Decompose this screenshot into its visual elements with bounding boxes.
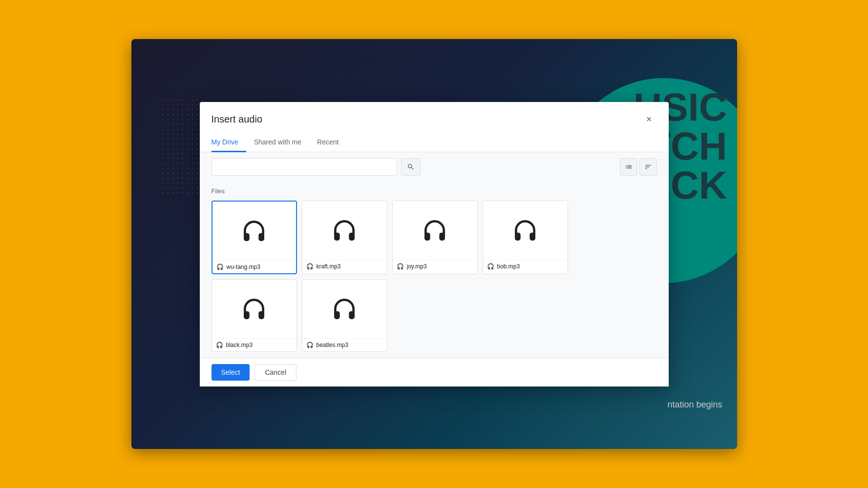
file-item-joy[interactable]: 🎧 joy.mp3	[392, 201, 478, 274]
file-thumbnail-black	[212, 280, 296, 338]
headphones-icon	[331, 217, 358, 244]
search-icon	[407, 163, 415, 171]
sort-icon	[644, 163, 652, 171]
headphones-icon	[511, 217, 539, 244]
view-controls	[620, 158, 657, 176]
files-label: Files	[212, 187, 657, 195]
dialog-title: Insert audio	[212, 114, 263, 125]
search-input[interactable]	[212, 158, 397, 176]
dialog-footer: Select Cancel	[200, 358, 669, 386]
file-name-beatles: beatles.mp3	[317, 342, 348, 348]
file-name-row-black: 🎧 black.mp3	[212, 338, 296, 351]
insert-audio-dialog: Insert audio × My Drive Shared with me R…	[200, 102, 669, 386]
headphones-icon	[331, 295, 358, 323]
file-name-joy: joy.mp3	[407, 263, 427, 270]
dialog-header: Insert audio ×	[200, 102, 669, 127]
headphones-icon	[240, 217, 268, 244]
dialog-overlay: Insert audio × My Drive Shared with me R…	[131, 39, 737, 449]
file-thumbnail-wu-tang	[212, 202, 296, 260]
file-name-kraft: kraft.mp3	[317, 263, 341, 270]
search-button[interactable]	[401, 158, 421, 176]
files-section: Files 🎧 wu-tang.mp3	[200, 182, 669, 358]
tabs-bar: My Drive Shared with me Recent	[200, 133, 669, 152]
tab-shared-with-me[interactable]: Shared with me	[246, 133, 309, 152]
file-type-icon-kraft: 🎧	[306, 263, 314, 270]
files-grid: 🎧 wu-tang.mp3 🎧 kraft.m	[212, 201, 657, 352]
file-name-row-joy: 🎧 joy.mp3	[393, 260, 477, 273]
browser-window: USIC ITCH ECK ntation begins Insert audi…	[131, 39, 737, 449]
file-item-black[interactable]: 🎧 black.mp3	[212, 279, 297, 352]
file-name-row-beatles: 🎧 beatles.mp3	[302, 338, 387, 351]
cancel-button[interactable]: Cancel	[254, 364, 296, 381]
file-type-icon-wu-tang: 🎧	[216, 264, 224, 270]
file-name-row-wu-tang: 🎧 wu-tang.mp3	[212, 260, 296, 273]
sort-button[interactable]	[639, 158, 657, 176]
file-type-icon-beatles: 🎧	[306, 342, 314, 348]
file-name-bob: bob.mp3	[497, 263, 520, 270]
file-type-icon-black: 🎧	[216, 342, 223, 348]
file-thumbnail-joy	[393, 201, 477, 260]
file-name-black: black.mp3	[226, 342, 253, 348]
close-button[interactable]: ×	[641, 112, 657, 127]
file-name-wu-tang: wu-tang.mp3	[227, 264, 260, 270]
file-type-icon-bob: 🎧	[487, 263, 494, 270]
search-area	[200, 152, 669, 182]
tab-my-drive[interactable]: My Drive	[212, 133, 246, 152]
tab-recent[interactable]: Recent	[309, 133, 346, 152]
list-view-button[interactable]	[620, 158, 637, 176]
list-view-icon	[625, 163, 633, 171]
file-name-row-kraft: 🎧 kraft.mp3	[302, 260, 387, 273]
file-name-row-bob: 🎧 bob.mp3	[483, 260, 568, 273]
headphones-icon	[421, 217, 448, 244]
file-type-icon-joy: 🎧	[397, 263, 404, 270]
file-thumbnail-kraft	[302, 201, 387, 260]
file-item-wu-tang[interactable]: 🎧 wu-tang.mp3	[212, 201, 297, 274]
file-item-beatles[interactable]: 🎧 beatles.mp3	[302, 279, 387, 352]
headphones-icon	[240, 295, 268, 323]
file-item-bob[interactable]: 🎧 bob.mp3	[483, 201, 568, 274]
file-item-kraft[interactable]: 🎧 kraft.mp3	[302, 201, 387, 274]
file-thumbnail-beatles	[302, 280, 387, 338]
select-button[interactable]: Select	[212, 364, 250, 381]
file-thumbnail-bob	[483, 201, 568, 260]
